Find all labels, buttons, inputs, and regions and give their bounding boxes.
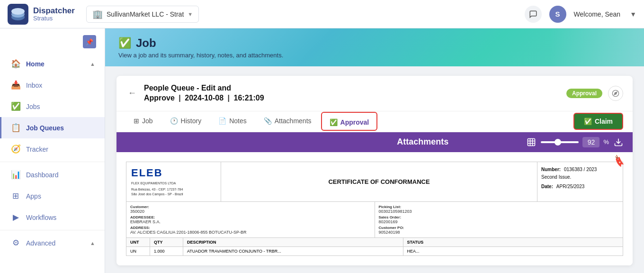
job-card-header: ← People Queue - Edit and Approve | 2024… — [116, 76, 633, 111]
sidebar-home-label: Home — [26, 60, 45, 68]
download-button[interactable] — [614, 137, 623, 147]
row1-qty: 1.000 — [150, 247, 183, 255]
col-qty: QTY — [150, 238, 183, 246]
page-hero-title: ✅ Job — [118, 36, 283, 50]
sidebar-item-advanced[interactable]: ⚙ Advanced ▲ — [0, 232, 105, 254]
job-queues-icon: 📋 — [11, 123, 20, 133]
tab-notes[interactable]: 📄 Notes — [211, 111, 254, 132]
sidebar-item-apps[interactable]: ⊞ Apps — [0, 185, 105, 207]
zoom-value-display: 92 — [582, 137, 599, 147]
sidebar-advanced-label: Advanced — [26, 239, 55, 247]
tab-job-label: Job — [142, 117, 153, 125]
col-unt: UNT — [126, 238, 150, 246]
sidebar-pin-button[interactable]: 📌 — [83, 35, 96, 48]
org-building-icon: 🏢 — [92, 9, 103, 19]
doc-cert-title: CERTIFICATE OF CONFORMANCE — [328, 178, 429, 185]
doc-number-cell: Number: 0136383 / 2023 Second Issue. Dat… — [537, 162, 623, 201]
tab-attachments-label: Attachments — [275, 117, 312, 125]
sidebar-jobs-label: Jobs — [26, 103, 40, 110]
col-status: STATUS — [403, 238, 623, 246]
advanced-icon: ⚙ — [11, 238, 20, 248]
doc-info-row: Customer: 350020 ADDRESSEE: EMBRAER S.A.… — [126, 202, 623, 238]
tab-notes-icon: 📄 — [218, 117, 226, 125]
job-hero-checkmark-icon: ✅ — [118, 37, 131, 49]
tab-job[interactable]: ⊞ Job — [126, 111, 161, 132]
tab-history[interactable]: 🕐 History — [162, 111, 209, 132]
sidebar-dashboard-label: Dashboard — [26, 171, 59, 179]
sidebar-job-queues-label: Job Queues — [26, 124, 64, 132]
logo-area: Dispatcher Stratus — [8, 4, 75, 25]
avatar: S — [549, 6, 566, 23]
row1-status: HEA... — [403, 247, 623, 255]
col-desc: DESCRIPTION — [183, 238, 403, 246]
svg-point-3 — [11, 8, 25, 15]
tab-approval[interactable]: ✅ Approval — [321, 112, 378, 131]
doc-logo-cell: ELEB FLEX EQUIPAMENTOS LTDA Rua Belezas,… — [126, 162, 221, 201]
doc-issue: Second Issue. — [541, 173, 619, 181]
row1-desc: ATUADOR TRAVAMENTO CONJUNTO - TRBR... — [183, 247, 403, 255]
sidebar-item-inbox[interactable]: 📥 Inbox — [0, 74, 105, 96]
job-title: People Queue - Edit and Approve | 2024-1… — [144, 83, 561, 103]
app-logo-icon — [8, 4, 28, 25]
sidebar-item-dashboard[interactable]: 📊 Dashboard — [0, 164, 105, 185]
jobs-icon: ✅ — [11, 101, 20, 111]
sidebar-divider-2 — [0, 230, 105, 230]
sidebar-divider-1 — [0, 162, 105, 162]
advanced-chevron-icon: ▲ — [90, 240, 95, 246]
svg-rect-6 — [528, 138, 535, 146]
tab-job-icon: ⊞ — [134, 117, 139, 125]
back-button[interactable]: ← — [126, 86, 138, 100]
zoom-control: 92 % — [541, 137, 609, 147]
sidebar-item-workflows[interactable]: ▶ Workflows — [0, 207, 105, 228]
zoom-slider[interactable] — [541, 141, 579, 143]
doc-number-label: Number: 0136383 / 2023 — [541, 166, 619, 173]
user-menu-chevron[interactable]: ▼ — [630, 10, 636, 18]
doc-table-header: UNT QTY DESCRIPTION STATUS — [126, 238, 623, 247]
tab-attachments[interactable]: 📎 Attachments — [256, 111, 319, 132]
tab-attachments-icon: 📎 — [264, 117, 272, 125]
sidebar-item-tracker[interactable]: 🧭 Tracker — [0, 138, 105, 160]
home-icon: 🏠 — [11, 59, 20, 69]
fit-screen-button[interactable] — [527, 137, 536, 147]
sidebar-item-jobs[interactable]: ✅ Jobs — [0, 96, 105, 117]
doc-customer-cell: Customer: 350020 ADDRESSEE: EMBRAER S.A.… — [126, 202, 375, 237]
tab-history-label: History — [181, 117, 202, 125]
doc-date-row: Date: APR/25/2023 — [541, 183, 619, 191]
main-layout: 📌 🏠 Home ▲ 📥 Inbox ✅ Jobs 📋 Job Queues 🧭… — [0, 28, 644, 273]
tab-history-icon: 🕐 — [170, 117, 178, 125]
doc-company-full: FLEX EQUIPAMENTOS LTDA — [131, 181, 216, 186]
job-tabs: ⊞ Job 🕐 History 📄 Notes 📎 Attachments — [116, 111, 633, 132]
doc-header-row: ELEB FLEX EQUIPAMENTOS LTDA Rua Belezas,… — [126, 162, 623, 202]
dashboard-icon: 📊 — [11, 170, 20, 180]
doc-table-row-1: UN 1.000 ATUADOR TRAVAMENTO CONJUNTO - T… — [126, 247, 623, 256]
claim-checkmark-icon: ✅ — [584, 118, 592, 125]
app-name: Dispatcher Stratus — [33, 6, 75, 22]
claim-label: Claim — [595, 118, 613, 125]
sidebar-item-job-queues[interactable]: 📋 Job Queues — [0, 117, 105, 138]
workflows-icon: ▶ — [11, 212, 20, 222]
org-selector[interactable]: 🏢 SullivanMarket LLC - Strat ▼ — [86, 6, 199, 23]
doc-picking-cell: Picking List: 00302105981203 Sales Order… — [375, 202, 623, 237]
attachments-panel-title: Attachments — [326, 137, 519, 147]
compass-button[interactable] — [608, 86, 623, 101]
svg-marker-5 — [614, 92, 617, 95]
attachments-toolbar: Attachments 92 % — [116, 132, 633, 152]
tab-notes-label: Notes — [229, 117, 247, 125]
doc-title-cell: CERTIFICATE OF CONFORMANCE — [221, 162, 537, 201]
row1-unt: UN — [126, 247, 150, 255]
doc-company-address: Rua Belezas, 43 - CEP: 17237-784São José… — [131, 187, 216, 197]
home-chevron-icon: ▲ — [90, 61, 95, 67]
sidebar-apps-label: Apps — [26, 192, 41, 200]
job-card: ← People Queue - Edit and Approve | 2024… — [116, 76, 633, 265]
page-hero-subtitle: View a job and its summary, history, not… — [118, 52, 283, 59]
attachments-panel: Attachments 92 % — [116, 132, 633, 265]
chat-button[interactable] — [525, 6, 542, 23]
chevron-down-icon: ▼ — [188, 11, 193, 17]
tab-approval-label: Approval — [340, 118, 369, 126]
apps-icon: ⊞ — [11, 191, 20, 201]
tab-approval-icon: ✅ — [330, 118, 338, 126]
doc-brand-name: ELEB — [131, 167, 216, 179]
claim-button[interactable]: ✅ Claim — [573, 113, 623, 130]
sidebar-item-home[interactable]: 🏠 Home ▲ — [0, 53, 105, 74]
sidebar-tracker-label: Tracker — [26, 146, 48, 153]
